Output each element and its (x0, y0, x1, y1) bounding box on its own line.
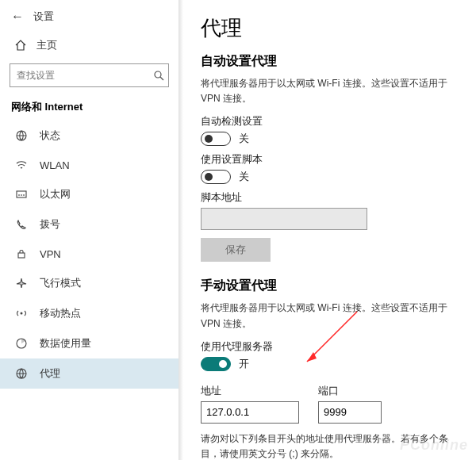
manual-desc: 将代理服务器用于以太网或 Wi-Fi 连接。这些设置不适用于 VPN 连接。 (201, 301, 455, 331)
home-icon (14, 39, 27, 52)
detect-toggle[interactable] (201, 132, 231, 146)
script-label: 使用设置脚本 (201, 152, 455, 167)
proxy-icon (14, 367, 29, 380)
use-proxy-toggle[interactable] (201, 357, 231, 371)
sidebar-item-label: 代理 (40, 366, 60, 381)
sidebar-item-status[interactable]: 状态 (0, 121, 178, 151)
script-toggle[interactable] (201, 170, 231, 184)
sidebar-item-datausage[interactable]: 数据使用量 (0, 328, 178, 358)
auto-heading: 自动设置代理 (201, 53, 455, 70)
sidebar-item-label: WLAN (40, 159, 70, 171)
data-icon (14, 337, 29, 350)
sidebar-item-label: VPN (40, 248, 61, 260)
sidebar-item-label: 数据使用量 (40, 336, 91, 351)
svg-rect-4 (18, 253, 25, 258)
settings-title: 设置 (33, 10, 54, 24)
sidebar-item-proxy[interactable]: 代理 (0, 358, 178, 389)
manual-heading: 手动设置代理 (201, 278, 455, 294)
sidebar: ← 设置 主页 网络和 Internet 状态 WLAN (0, 0, 178, 460)
ethernet-icon (14, 188, 29, 201)
phone-icon (14, 218, 29, 231)
port-label: 端口 (318, 384, 382, 398)
script-addr-input[interactable] (201, 208, 367, 230)
script-state: 关 (239, 170, 249, 184)
sidebar-item-wlan[interactable]: WLAN (0, 151, 178, 179)
airplane-icon (14, 277, 29, 289)
wifi-icon (14, 159, 29, 171)
script-addr-label: 脚本地址 (201, 190, 455, 205)
back-icon[interactable]: ← (10, 10, 25, 24)
sidebar-item-ethernet[interactable]: 以太网 (0, 179, 178, 209)
except-desc: 请勿对以下列条目开头的地址使用代理服务器。若有多个条目，请使用英文分号 (;) … (201, 431, 455, 460)
port-input[interactable] (318, 401, 382, 424)
sidebar-item-label: 拨号 (40, 217, 60, 232)
search-input[interactable] (10, 63, 169, 87)
home-label: 主页 (36, 38, 57, 52)
save-button[interactable]: 保存 (201, 238, 271, 262)
sidebar-item-home[interactable]: 主页 (0, 32, 178, 59)
section-label: 网络和 Internet (0, 95, 178, 121)
sidebar-item-label: 以太网 (40, 187, 71, 201)
sidebar-item-label: 飞行模式 (40, 276, 81, 290)
detect-state: 关 (239, 132, 249, 146)
auto-desc: 将代理服务器用于以太网或 Wi-Fi 连接。这些设置不适用于 VPN 连接。 (201, 76, 455, 106)
sidebar-item-label: 状态 (40, 128, 60, 143)
detect-label: 自动检测设置 (201, 114, 455, 128)
sidebar-item-airplane[interactable]: 飞行模式 (0, 268, 178, 298)
sidebar-item-dialup[interactable]: 拨号 (0, 209, 178, 240)
content: 代理 自动设置代理 将代理服务器用于以太网或 Wi-Fi 连接。这些设置不适用于… (178, 0, 476, 460)
sidebar-item-hotspot[interactable]: 移动热点 (0, 298, 178, 328)
use-proxy-state: 开 (239, 357, 249, 371)
sidebar-item-label: 移动热点 (40, 306, 81, 320)
vpn-icon (14, 247, 29, 260)
addr-input[interactable] (201, 401, 299, 424)
hotspot-icon (14, 307, 29, 320)
page-title: 代理 (201, 14, 455, 42)
addr-label: 地址 (201, 384, 299, 398)
sidebar-item-vpn[interactable]: VPN (0, 240, 178, 268)
use-proxy-label: 使用代理服务器 (201, 339, 455, 354)
globe-icon (14, 129, 29, 142)
svg-point-5 (21, 312, 23, 315)
